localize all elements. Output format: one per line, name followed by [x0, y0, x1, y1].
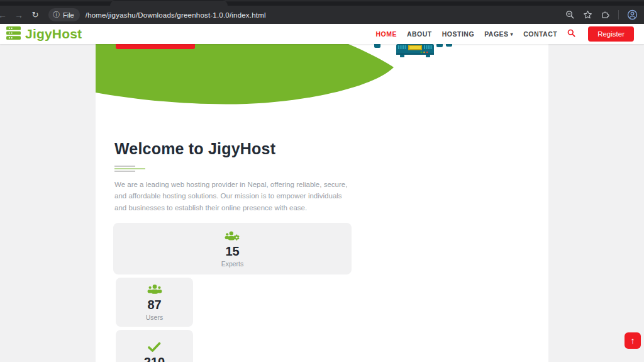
register-button[interactable]: Register — [588, 26, 634, 42]
server-illustration-icon — [396, 44, 434, 58]
illustration-fragment — [436, 44, 443, 47]
page-title: Welcome to JigyHost — [114, 140, 530, 158]
stat-label: Users — [146, 314, 163, 321]
toolbar-right-icons — [565, 9, 638, 20]
users-icon — [147, 284, 162, 296]
hero-illustration — [372, 44, 454, 59]
nav-pages-label: PAGES — [484, 30, 508, 38]
main-nav: HOME ABOUT HOSTING PAGES ▾ CONTACT Regis… — [375, 26, 634, 42]
stat-label: Experts — [221, 260, 244, 268]
nav-hosting[interactable]: HOSTING — [442, 30, 474, 38]
zoom-out-icon[interactable] — [565, 10, 575, 20]
search-icon[interactable] — [567, 28, 575, 40]
illustration-fragment — [446, 44, 452, 47]
brand-logo[interactable]: JigyHost — [6, 26, 82, 42]
nav-home[interactable]: HOME — [375, 30, 397, 38]
browser-toolbar: ← → ↻ ⓘ File /home/jigyashu/Downloads/gr… — [0, 6, 644, 24]
stat-value: 15 — [225, 244, 239, 258]
stat-value: 87 — [147, 298, 161, 312]
divider-line — [114, 171, 135, 172]
illustration-fragment — [374, 44, 380, 48]
tabstrip-divider — [0, 1, 644, 1]
stat-card-users: 87 Users — [116, 278, 193, 327]
chevron-down-icon: ▾ — [511, 31, 514, 37]
divider-line — [114, 168, 145, 169]
page-info-icon: ⓘ — [53, 10, 60, 20]
back-icon[interactable]: ← — [0, 10, 11, 20]
site-header: JigyHost HOME ABOUT HOSTING PAGES ▾ CONT… — [0, 24, 644, 44]
title-divider — [114, 166, 530, 172]
server-icon — [6, 26, 21, 42]
hero-green-shape — [96, 44, 548, 106]
active-tab[interactable] — [110, 1, 228, 6]
hero-section — [96, 44, 548, 106]
toolbar-separator — [618, 10, 619, 20]
check-icon — [148, 341, 161, 353]
welcome-section: Welcome to JigyHost We are a leading web… — [96, 140, 548, 213]
nav-about[interactable]: ABOUT — [407, 30, 432, 38]
content-container: Welcome to JigyHost We are a leading web… — [96, 44, 548, 362]
site-info-label: File — [63, 11, 74, 19]
forward-icon[interactable]: → — [11, 10, 27, 20]
scroll-to-top-button[interactable]: ↑ — [625, 332, 641, 349]
arrow-up-icon: ↑ — [631, 336, 635, 346]
stat-card-experts: 15 Experts — [113, 223, 352, 274]
profile-avatar-icon[interactable] — [627, 9, 638, 20]
nav-contact[interactable]: CONTACT — [523, 30, 557, 38]
stat-value: 210 — [144, 355, 165, 362]
stat-card-sites-hosted: 210 Sites Hosted — [116, 330, 193, 362]
extensions-icon[interactable] — [601, 10, 610, 20]
address-bar[interactable]: /home/jigyashu/Downloads/greenhost-1.0.0… — [86, 11, 565, 19]
divider-line — [114, 166, 135, 167]
reload-icon[interactable]: ↻ — [27, 10, 43, 20]
browser-chrome: ← → ↻ ⓘ File /home/jigyashu/Downloads/gr… — [0, 0, 644, 24]
users-gear-icon — [225, 230, 240, 242]
welcome-paragraph: We are a leading web hosting provider in… — [114, 179, 348, 213]
tab-strip — [0, 0, 644, 6]
bookmark-star-icon[interactable] — [583, 10, 592, 20]
stats-section: 15 Experts 87 Users — [96, 223, 548, 362]
site-info-chip[interactable]: ⓘ File — [48, 8, 80, 21]
hero-cta-button-fragment[interactable] — [116, 44, 195, 49]
brand-name: JigyHost — [25, 26, 82, 42]
nav-pages[interactable]: PAGES ▾ — [484, 30, 513, 38]
page-background: Welcome to JigyHost We are a leading web… — [0, 44, 644, 362]
